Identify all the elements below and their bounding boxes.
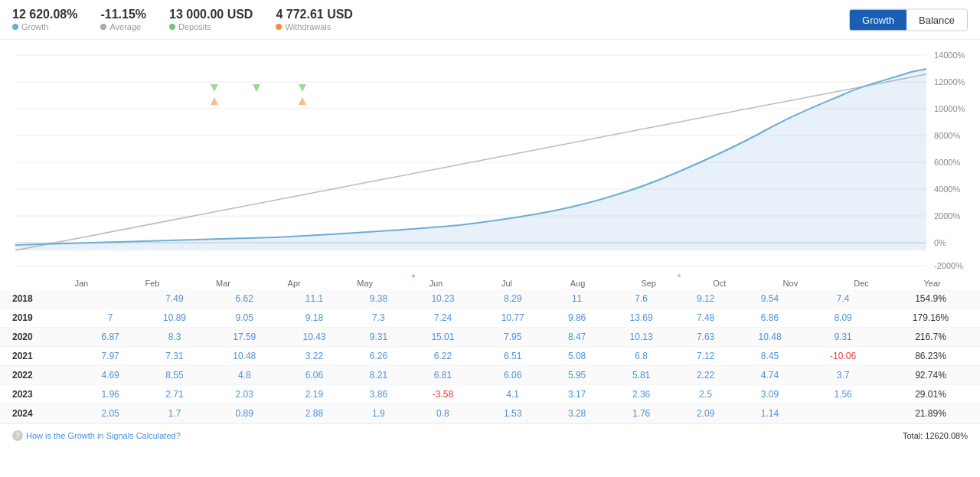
month-cell-jan: 6.87 [81,328,140,347]
month-cell-aug: 3.17 [547,385,606,404]
month-cell-jul: 6.51 [478,347,547,366]
growth-question-link[interactable]: How is the Growth in Signals Calculated? [12,430,181,441]
month-jun: Jun [400,277,472,289]
month-jul: Jul [472,277,543,289]
table-row: 20217.977.3110.483.226.266.226.515.086.8… [0,347,980,366]
month-cell-jun: 15.01 [408,328,478,347]
data-table: 20187.496.6211.19.3810.238.29117.69.129.… [0,289,980,423]
year-cell: 2024 [0,404,81,423]
month-cell-may: 7.3 [349,309,408,328]
month-cell-feb: 1.7 [139,404,209,423]
month-cell-may: 9.31 [349,328,408,347]
svg-text:0%: 0% [934,238,946,247]
month-cell-jan: 7.97 [81,347,140,366]
month-cell-apr: 2.88 [279,404,349,423]
month-mar: Mar [188,277,259,289]
svg-text:2000%: 2000% [934,211,960,221]
month-cell-oct: 7.63 [676,328,735,347]
growth-value: 12 620.08% [12,8,77,21]
month-cell-mar: 17.59 [210,328,279,347]
svg-marker-24 [211,97,218,105]
balance-toggle-button[interactable]: Balance [906,9,967,30]
svg-text:-2000%: -2000% [934,261,963,270]
month-cell-may: 6.26 [349,347,408,366]
month-cell-jan: 1.96 [81,385,140,404]
month-cell-aug: 8.47 [547,328,606,347]
svg-text:6000%: 6000% [934,158,960,167]
month-cell-apr: 6.06 [279,366,349,385]
year-total-cell: 179.16% [881,309,980,328]
month-feb: Feb [117,277,188,289]
month-cell-sep: 6.8 [606,347,676,366]
month-oct: Oct [684,277,755,289]
month-year: Year [897,277,968,289]
month-cell-dec: 8.09 [805,309,881,328]
footer: How is the Growth in Signals Calculated?… [0,423,980,447]
svg-text:14000%: 14000% [934,51,965,60]
stat-deposits: 13 000.00 USD Deposits [169,8,253,31]
month-cell-apr: 3.22 [279,347,349,366]
month-cell-dec: -10.06 [805,347,881,366]
month-cell-apr: 9.18 [279,309,349,328]
month-cell-oct: 7.48 [676,309,735,328]
main-container: 12 620.08% Growth -11.15% Average 13 000… [0,0,980,477]
stat-growth: 12 620.08% Growth [12,8,77,31]
month-cell-mar: 6.62 [210,289,279,309]
month-cell-jul: 4.1 [478,385,547,404]
month-nov: Nov [755,277,826,289]
growth-label: Growth [12,22,77,31]
month-cell-nov: 4.74 [735,366,805,385]
month-cell-oct: 7.12 [676,347,735,366]
withdrawals-dot [276,24,282,30]
month-cell-aug: 11 [547,289,606,309]
month-cell-jan [81,289,140,309]
year-cell: 2018 [0,289,81,309]
month-cell-oct: 2.22 [676,366,735,385]
svg-text:12000%: 12000% [934,77,965,87]
month-cell-jan: 4.69 [81,366,140,385]
growth-toggle-button[interactable]: Growth [850,9,906,30]
month-aug: Aug [542,277,613,289]
month-cell-oct: 2.5 [676,385,735,404]
year-cell: 2019 [0,309,81,328]
month-cell-oct: 9.12 [676,289,735,309]
average-label: Average [100,22,146,31]
month-cell-dec [805,404,881,423]
year-total-cell: 29.01% [881,385,980,404]
month-cell-jul: 1.53 [478,404,547,423]
year-cell: 2022 [0,366,81,385]
month-labels-container: Jan Feb Mar Apr May Jun Jul Aug Sep Oct … [0,277,980,289]
month-cell-dec: 7.4 [805,289,881,309]
month-cell-nov: 10.48 [735,328,805,347]
withdrawals-value: 4 772.61 USD [276,8,353,21]
year-cell: 2021 [0,347,81,366]
view-toggle: Growth Balance [849,8,968,31]
month-cell-aug: 5.95 [547,366,606,385]
svg-text:8000%: 8000% [934,131,960,140]
year-total-cell: 21.89% [881,404,980,423]
month-cell-dec: 3.7 [805,366,881,385]
stat-average: -11.15% Average [100,8,146,31]
deposits-label: Deposits [169,22,253,31]
month-cell-aug: 9.86 [547,309,606,328]
month-cell-jan: 7 [81,309,140,328]
svg-marker-22 [410,273,417,277]
month-cell-nov: 8.45 [735,347,805,366]
footer-total: Total: 12620.08% [903,431,968,440]
month-apr: Apr [259,277,330,289]
header-stats: 12 620.08% Growth -11.15% Average 13 000… [0,0,980,40]
month-cell-may: 1.9 [349,404,408,423]
month-cell-jul: 6.06 [478,366,547,385]
deposits-value: 13 000.00 USD [169,8,253,21]
month-cell-apr: 10.43 [279,328,349,347]
deposits-dot [169,24,175,30]
month-cell-may: 8.21 [349,366,408,385]
month-cell-feb: 2.71 [139,385,209,404]
year-cell: 2020 [0,328,81,347]
table-row: 20206.878.317.5910.439.3115.017.958.4710… [0,328,980,347]
month-cell-mar: 0.89 [210,404,279,423]
month-cell-jul: 7.95 [478,328,547,347]
month-cell-feb: 7.49 [139,289,209,309]
table-row: 20187.496.6211.19.3810.238.29117.69.129.… [0,289,980,309]
month-cell-nov: 9.54 [735,289,805,309]
